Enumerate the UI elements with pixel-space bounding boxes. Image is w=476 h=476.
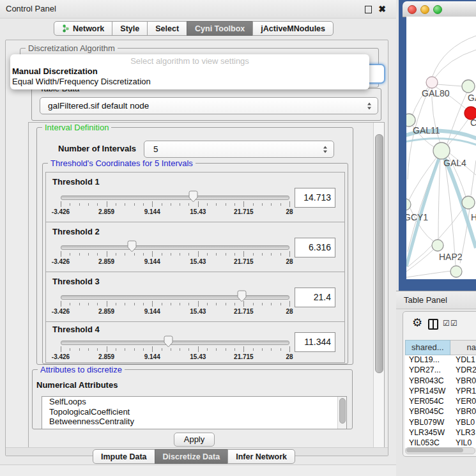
tick-label: 21.715	[234, 308, 254, 315]
table-row[interactable]: YER054CYER0	[405, 397, 476, 407]
cell-name: YDR2	[452, 365, 476, 376]
table-row[interactable]: YDL19...YDL1	[405, 355, 476, 365]
dropdown-prompt: Select algorithm to view settings	[10, 54, 369, 66]
threshold-value-field[interactable]: 11.344	[295, 332, 335, 352]
network-canvas[interactable]: GAL80 GA C GAL11 GAL4 GCY1 H HAP2	[406, 17, 476, 279]
table-data-combo[interactable]: galFiltered.sif default node	[40, 97, 378, 114]
table-row[interactable]: YDR27...YDR2	[405, 365, 476, 376]
network-icon	[62, 24, 70, 33]
checkbox-icon[interactable]: ☑	[450, 319, 457, 328]
slider-tick-labels: -3.4262.8599.14415.4321.71528	[61, 353, 289, 360]
tick-label: 15.43	[190, 208, 206, 215]
threshold-value-field[interactable]: 14.713	[295, 188, 335, 208]
slider-track[interactable]	[61, 196, 289, 200]
tab-discretize-data[interactable]: Discretize Data	[155, 449, 229, 464]
numerical-attributes-list[interactable]: SelfLoopsTopologicalCoefficientBetweenne…	[42, 396, 347, 429]
bottom-band	[0, 465, 396, 476]
threshold-value-field[interactable]: 6.316	[295, 238, 335, 257]
node-label: C	[470, 118, 476, 128]
tab-network[interactable]: Network	[54, 21, 112, 36]
tab-cyni-toolbox[interactable]: Cyni Toolbox	[187, 21, 253, 36]
table-rows: YDL19...YDL1YDR27...YDR2YBR043CYBR0YPR14…	[405, 355, 476, 448]
table-row[interactable]: YLR345WYLR3	[405, 428, 476, 438]
cell-shared-name: YBR045C	[405, 407, 452, 417]
close-icon[interactable]: ✖	[378, 3, 386, 15]
threshold-value-field[interactable]: 21.4	[295, 288, 335, 307]
tab-infer-network[interactable]: Infer Network	[227, 449, 295, 464]
scrollbar-thumb[interactable]	[375, 134, 383, 373]
table-row[interactable]: YBL079WYBL0	[405, 418, 476, 428]
node-gal4[interactable]	[433, 142, 450, 159]
tab-style[interactable]: Style	[112, 21, 148, 36]
tick-label: -3.426	[52, 353, 70, 360]
node-gal80[interactable]	[426, 77, 438, 88]
tab-select[interactable]: Select	[147, 21, 187, 36]
list-scrollbar[interactable]	[337, 397, 346, 429]
node-hap2[interactable]	[432, 240, 443, 251]
table-row[interactable]: YBR043CYBR0	[405, 376, 476, 387]
dropdown-option[interactable]: Manual Discretization	[10, 66, 369, 77]
node-label: HAP2	[439, 252, 463, 262]
tick-label: 9.144	[144, 308, 160, 315]
group-title: Threshold's Coordinates for 5 Intervals	[48, 158, 196, 168]
scrollbar-thumb[interactable]	[406, 448, 463, 452]
zoom-traffic-light[interactable]	[433, 5, 442, 14]
number-of-intervals-label: Number of Intervals	[58, 144, 136, 153]
combo-value: 5	[153, 141, 158, 157]
tab-jactivemnodules[interactable]: jActiveMNodules	[252, 21, 334, 36]
tab-label: Network	[73, 24, 104, 33]
float-icon[interactable]	[365, 6, 372, 13]
close-traffic-light[interactable]	[408, 5, 417, 14]
node[interactable]	[462, 80, 475, 93]
checkbox-icon[interactable]: ☑	[443, 319, 450, 328]
combo-value: galFiltered.sif default node	[48, 98, 149, 114]
threshold-label: Threshold 4	[52, 325, 100, 334]
threshold-slider[interactable]: -3.4262.8599.14415.4321.71528	[61, 290, 289, 318]
table-hscrollbar[interactable]	[405, 447, 475, 454]
group-title: Interval Definition	[42, 123, 111, 132]
slider-track[interactable]	[61, 295, 289, 300]
group-title: Discretization Algorithm	[26, 43, 118, 53]
threshold-slider[interactable]: -3.4262.8599.14415.4321.71528	[61, 335, 289, 364]
node-gal11[interactable]	[406, 114, 415, 127]
threshold-slider[interactable]: -3.4262.8599.14415.4321.71528	[61, 190, 289, 219]
scrollbar-thumb[interactable]	[339, 398, 346, 424]
table-row[interactable]: YBR045CYBR0	[405, 407, 476, 417]
tick-label: 15.43	[190, 353, 206, 360]
table-row[interactable]: YIL053CYIL0	[405, 438, 476, 448]
tab-label: Cyni Toolbox	[195, 24, 245, 33]
cell-name: YDL1	[452, 355, 476, 365]
thresholds-group: Threshold's Coordinates for 5 Intervals …	[42, 163, 348, 364]
list-item[interactable]: BetweennessCentrality	[42, 417, 346, 427]
settings-scroll-area: Interval Definition Number of Intervals …	[28, 122, 385, 449]
slider-track[interactable]	[61, 245, 289, 250]
combo-arrows-icon	[323, 146, 328, 153]
node[interactable]	[450, 266, 462, 277]
node-label: H	[471, 212, 476, 222]
table-row[interactable]: YPR145WYPR1	[405, 387, 476, 397]
tab-impute-data[interactable]: Impute Data	[93, 449, 155, 464]
list-item[interactable]: SelfLoops	[42, 397, 346, 407]
table-data-group: Table Data galFiltered.sif default node	[31, 88, 381, 121]
cell-shared-name: YER054C	[405, 397, 452, 407]
network-graph: GAL80 GA C GAL11 GAL4 GCY1 H HAP2	[406, 17, 476, 279]
threshold-slider[interactable]: -3.4262.8599.14415.4321.71528	[61, 240, 289, 268]
tick-label: 15.43	[190, 308, 206, 315]
column-header-shared[interactable]: shared...	[405, 340, 450, 355]
list-item[interactable]: TopologicalCoefficient	[42, 407, 346, 417]
node[interactable]	[462, 196, 475, 209]
columns-icon[interactable]	[428, 319, 438, 330]
number-of-intervals-combo[interactable]: 5	[144, 141, 334, 158]
cell-name: YPR1	[452, 387, 476, 397]
minimize-traffic-light[interactable]	[420, 5, 429, 14]
network-view-window: GAL80 GA C GAL11 GAL4 GCY1 H HAP2	[399, 0, 476, 291]
slider-track[interactable]	[61, 341, 289, 345]
tick-label: 21.715	[234, 208, 254, 215]
dropdown-option[interactable]: Equal Width/Frequency Discretization	[10, 77, 369, 87]
cell-name: YBR0	[452, 407, 476, 417]
panel-scrollbar[interactable]	[373, 123, 384, 449]
tab-label: Discretize Data	[163, 452, 220, 461]
column-header-name[interactable]: na	[450, 340, 476, 355]
apply-button[interactable]: Apply	[174, 433, 215, 447]
gear-icon[interactable]: ⚙	[412, 316, 422, 329]
